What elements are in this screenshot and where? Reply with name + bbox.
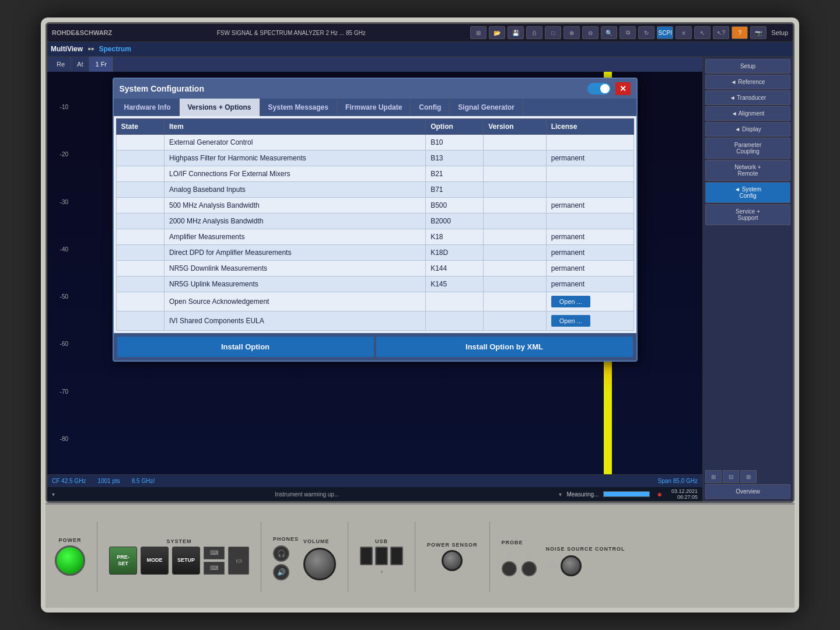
tab-config[interactable]: Config bbox=[411, 99, 450, 116]
divider-1 bbox=[97, 522, 97, 592]
tab-system-messages[interactable]: System Messages bbox=[260, 99, 337, 116]
status-span-per: 8.5 GHz/ bbox=[132, 478, 155, 484]
keyboard-buttons: ⌨ ⌨ bbox=[204, 547, 225, 575]
install-option-xml-button[interactable]: Install Option by XML bbox=[376, 337, 633, 357]
keyboard-icon-2[interactable]: ⌨ bbox=[204, 562, 225, 575]
usb-port-1[interactable] bbox=[360, 547, 373, 565]
overview-icon-1[interactable]: ⊞ bbox=[705, 470, 722, 483]
table-row: LO/IF Connections For External MixersB21 bbox=[116, 166, 634, 182]
dialog-overlay: System Configuration ✕ Hard bbox=[47, 72, 702, 474]
keyboard-icon-1[interactable]: ⌨ bbox=[204, 547, 225, 559]
dialog-title: System Configuration bbox=[120, 84, 204, 93]
toolbar-icon-pointer[interactable]: ↖ bbox=[694, 26, 710, 39]
cell-version bbox=[484, 261, 546, 276]
dialog-footer: Install Option Install Option by XML bbox=[114, 333, 636, 360]
table-row: Analog Baseband InputsB71 bbox=[116, 182, 634, 198]
sidebar-btn-alignment[interactable]: ◄ Alignment bbox=[705, 106, 790, 121]
power-sensor-label: POWER SENSOR bbox=[427, 542, 478, 548]
table-row: IVI Shared Components EULAOpen ... bbox=[116, 312, 634, 331]
cell-option bbox=[426, 292, 484, 312]
fr-tab[interactable]: 1 Fr bbox=[89, 57, 113, 72]
tab-hardware-info[interactable]: Hardware Info bbox=[116, 99, 180, 116]
sidebar-btn-system-config[interactable]: ◄ SystemConfig bbox=[705, 182, 790, 203]
toolbar-icon-menu[interactable]: ≡ bbox=[676, 26, 692, 39]
toolbar-icon-window[interactable]: ⧉ bbox=[620, 26, 636, 39]
power-button[interactable] bbox=[55, 545, 85, 576]
dialog-close-button[interactable]: ✕ bbox=[615, 82, 631, 95]
cell-version bbox=[484, 214, 546, 229]
ref-tab[interactable]: Re bbox=[51, 57, 71, 72]
system-label: SYSTEM bbox=[167, 538, 192, 544]
cell-state bbox=[116, 245, 164, 261]
usb-port-3[interactable] bbox=[390, 547, 403, 565]
overview-icons: ⊞ ⊟ ⊞ bbox=[705, 470, 790, 483]
cell-state bbox=[116, 135, 164, 150]
volume-group: VOLUME bbox=[303, 535, 336, 580]
dialog-toggle[interactable] bbox=[587, 83, 611, 94]
cell-version bbox=[484, 166, 546, 182]
toolbar-icon-help-pointer[interactable]: ↖? bbox=[713, 26, 729, 39]
power-label: POWER bbox=[58, 537, 81, 543]
cell-state bbox=[116, 229, 164, 245]
display-icon-button[interactable]: ▭ bbox=[228, 547, 249, 575]
setup-button[interactable]: SETUP bbox=[172, 547, 200, 575]
toolbar-icon-save[interactable]: 💾 bbox=[508, 26, 524, 39]
install-option-button[interactable]: Install Option bbox=[117, 337, 374, 357]
probe-noise-group: PROBE ⚠ ⚠ NOISE SOURCE CONTROL bbox=[502, 536, 625, 576]
col-version: Version bbox=[484, 119, 546, 135]
table-row: NR5G Downlink MeasurementsK144permanent bbox=[116, 261, 634, 276]
tab-firmware-update[interactable]: Firmware Update bbox=[337, 99, 411, 116]
multiview-nav[interactable]: MultiView bbox=[51, 45, 83, 53]
toolbar-icon-refresh[interactable]: ↻ bbox=[638, 26, 654, 39]
toolbar-icon-screen[interactable]: □ bbox=[545, 26, 561, 39]
cell-item: Direct DPD for Amplifier Measurements bbox=[164, 245, 426, 261]
options-table: State Item Option Version License E bbox=[116, 118, 634, 331]
phones-jack-2[interactable]: 🔊 bbox=[273, 564, 289, 580]
sidebar-btn-overview[interactable]: Overview bbox=[705, 484, 790, 499]
toolbar: ROHDE&SCHWARZ FSW SIGNAL & SPECTRUM ANAL… bbox=[47, 24, 793, 42]
preset-button[interactable]: PRE-SET bbox=[109, 547, 137, 575]
sidebar-btn-parameter-coupling[interactable]: ParameterCoupling bbox=[705, 138, 790, 159]
at-tab[interactable]: At bbox=[71, 57, 89, 72]
divider-3 bbox=[348, 522, 348, 592]
noise-conn[interactable] bbox=[561, 555, 582, 576]
dialog-titlebar: System Configuration ✕ bbox=[114, 79, 636, 99]
overview-icon-3[interactable]: ⊞ bbox=[740, 470, 757, 483]
toolbar-icon-open[interactable]: 📂 bbox=[489, 26, 505, 39]
spectrum-tabs: Re At 1 Fr bbox=[47, 57, 702, 72]
sidebar-btn-display[interactable]: ◄ Display bbox=[705, 122, 790, 136]
sidebar-btn-setup[interactable]: Setup bbox=[705, 59, 790, 74]
cell-option bbox=[426, 312, 484, 331]
toolbar-icon-print[interactable]: ⎙ bbox=[526, 26, 542, 39]
tab-signal-generator[interactable]: Signal Generator bbox=[450, 99, 523, 116]
cell-state bbox=[116, 166, 164, 182]
sidebar-btn-transducer[interactable]: ◄ Transducer bbox=[705, 90, 790, 105]
toolbar-icon-zoom[interactable]: 🔍 bbox=[601, 26, 617, 39]
open-button[interactable]: Open ... bbox=[551, 315, 590, 327]
usb-port-2[interactable] bbox=[375, 547, 388, 565]
tab-versions-options[interactable]: Versions + Options bbox=[180, 99, 260, 116]
sidebar-btn-reference[interactable]: ◄ Reference bbox=[705, 75, 790, 89]
spectrum-nav[interactable]: Spectrum bbox=[99, 45, 131, 53]
cell-option: B2000 bbox=[426, 214, 484, 229]
toolbar-icon-scpi[interactable]: SCPI bbox=[657, 26, 673, 39]
toolbar-icon-windows[interactable]: ⊞ bbox=[470, 26, 487, 39]
cell-version bbox=[484, 135, 546, 150]
probe-conn-2[interactable] bbox=[522, 561, 537, 576]
sidebar-btn-network-remote[interactable]: Network +Remote bbox=[705, 160, 790, 181]
cell-license: permanent bbox=[546, 150, 634, 166]
volume-knob[interactable] bbox=[303, 548, 336, 580]
toolbar-icon-help[interactable]: ? bbox=[732, 26, 748, 39]
open-button[interactable]: Open ... bbox=[551, 296, 590, 307]
overview-icon-2[interactable]: ⊟ bbox=[723, 470, 739, 483]
cell-license: permanent bbox=[546, 261, 634, 276]
toolbar-icon-camera[interactable]: 📷 bbox=[750, 26, 766, 39]
toolbar-icon-zoom-out[interactable]: ⊖ bbox=[582, 26, 598, 39]
sidebar-btn-service-support[interactable]: Service +Support bbox=[705, 204, 790, 225]
mode-button[interactable]: MODE bbox=[141, 547, 169, 575]
measuring-progress bbox=[603, 491, 650, 497]
phones-jack[interactable]: 🎧 bbox=[273, 545, 289, 562]
toolbar-icon-zoom-in[interactable]: ⊕ bbox=[564, 26, 580, 39]
probe-conn-1[interactable] bbox=[502, 561, 517, 576]
power-sensor-connector[interactable] bbox=[442, 550, 463, 571]
